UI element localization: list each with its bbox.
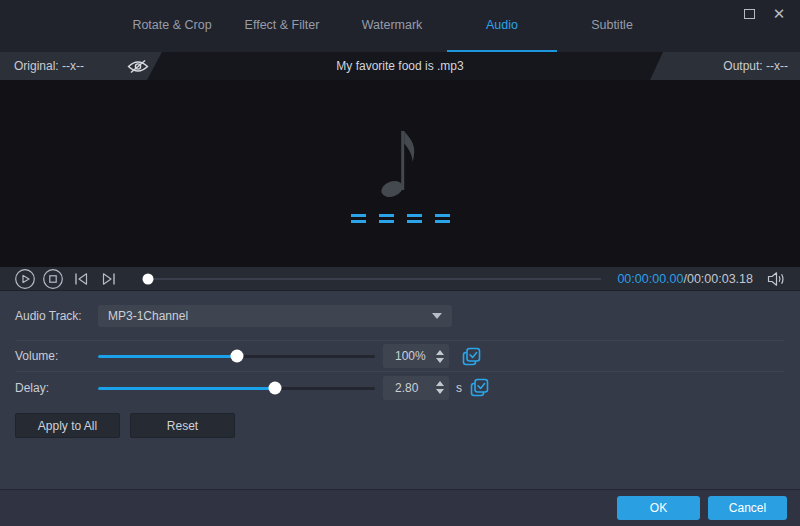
progress-track[interactable] [143, 278, 601, 280]
speaker-icon [767, 271, 786, 287]
delay-handle[interactable] [269, 381, 282, 394]
output-label: Output: --x-- [723, 59, 788, 73]
next-button[interactable] [97, 268, 121, 290]
panel-buttons: Apply to All Reset [15, 413, 785, 438]
output-info-tab: Output: --x-- [650, 52, 800, 80]
delay-spinner [431, 376, 449, 400]
audio-track-select[interactable]: MP3-1Channel [98, 305, 452, 327]
equals-mark [351, 214, 366, 217]
current-time: 00:00:00.00 [617, 272, 683, 286]
volume-spinner [431, 344, 449, 368]
stop-icon [42, 268, 64, 290]
audio-track-row: Audio Track: MP3-1Channel [15, 291, 785, 341]
preview-header: Original: --x-- My favorite food is .mp3… [0, 52, 800, 80]
volume-slider[interactable] [98, 345, 375, 367]
ok-button[interactable]: OK [617, 496, 700, 520]
play-icon [14, 268, 36, 290]
spinner-up-icon[interactable] [436, 381, 444, 386]
audio-editor-dialog: Rotate & Crop Effect & Filter Watermark … [0, 0, 800, 526]
delay-label: Delay: [15, 381, 98, 395]
titlebar: Rotate & Crop Effect & Filter Watermark … [0, 0, 800, 52]
preview-toggle-button[interactable] [126, 56, 150, 76]
audio-settings-panel: Audio Track: MP3-1Channel Volume: [0, 291, 800, 489]
volume-fill [98, 355, 237, 358]
close-icon: ✕ [773, 7, 786, 22]
playback-progress-slider[interactable] [143, 268, 601, 290]
delay-value-box [383, 376, 449, 400]
audio-track-label: Audio Track: [15, 309, 98, 323]
close-button[interactable]: ✕ [770, 5, 788, 23]
chevron-down-icon [432, 313, 442, 319]
player-bar: 00:00:00.00/00:00:03.18 [0, 267, 800, 291]
delay-slider[interactable] [98, 377, 375, 399]
apply-check-icon [462, 347, 481, 366]
previous-button[interactable] [69, 268, 93, 290]
audio-track-value: MP3-1Channel [108, 309, 432, 323]
volume-input[interactable] [383, 349, 431, 363]
spinner-up-icon[interactable] [436, 350, 444, 355]
tab-bar: Rotate & Crop Effect & Filter Watermark … [0, 0, 792, 52]
delay-unit: s [456, 381, 462, 395]
footer-bar: OK Cancel [0, 489, 800, 526]
maximize-button[interactable] [740, 5, 758, 23]
tab-audio[interactable]: Audio [447, 0, 557, 52]
delay-input[interactable] [383, 381, 431, 395]
tab-watermark[interactable]: Watermark [337, 0, 447, 52]
spinner-down-icon[interactable] [436, 389, 444, 394]
tab-effect-filter[interactable]: Effect & Filter [227, 0, 337, 52]
original-label: Original: --x-- [14, 59, 84, 73]
equals-mark [435, 214, 450, 217]
total-time: 00:00:03.18 [687, 272, 753, 286]
eye-off-icon [127, 59, 149, 74]
mute-button[interactable] [765, 269, 787, 289]
preview-area [0, 80, 800, 267]
window-controls: ✕ [740, 5, 788, 23]
time-display: 00:00:00.00/00:00:03.18 [617, 272, 753, 286]
volume-label: Volume: [15, 349, 98, 363]
cancel-button[interactable]: Cancel [708, 496, 787, 520]
reset-button[interactable]: Reset [130, 413, 235, 438]
skip-forward-icon [98, 268, 120, 290]
equals-mark [407, 214, 422, 217]
maximize-icon [744, 9, 755, 19]
apply-delay-to-all-button[interactable] [469, 378, 489, 398]
apply-check-icon [470, 378, 489, 397]
tab-subtitle[interactable]: Subtitle [557, 0, 667, 52]
volume-value-box [383, 344, 449, 368]
tab-rotate-crop[interactable]: Rotate & Crop [117, 0, 227, 52]
volume-handle[interactable] [230, 350, 243, 363]
audio-wave-placeholder [351, 214, 450, 223]
music-note-icon [379, 124, 421, 200]
skip-back-icon [70, 268, 92, 290]
play-button[interactable] [13, 268, 37, 290]
stop-button[interactable] [41, 268, 65, 290]
delay-row: Delay: s [15, 372, 785, 403]
apply-to-all-button[interactable]: Apply to All [15, 413, 120, 438]
spinner-down-icon[interactable] [436, 358, 444, 363]
volume-row: Volume: [15, 341, 785, 372]
progress-handle[interactable] [142, 273, 153, 284]
apply-volume-to-all-button[interactable] [461, 346, 481, 366]
equals-mark [379, 214, 394, 217]
delay-fill [98, 387, 275, 390]
